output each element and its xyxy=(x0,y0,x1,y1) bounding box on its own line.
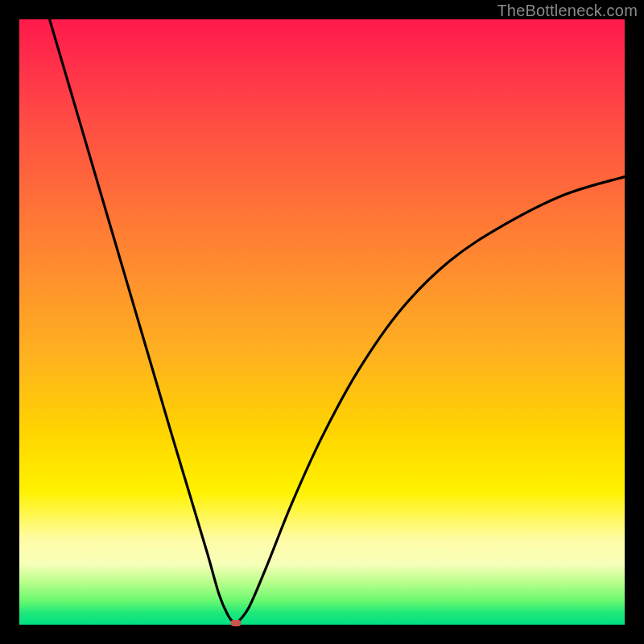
minimum-marker xyxy=(231,620,242,626)
watermark-text: TheBottleneck.com xyxy=(497,2,638,20)
bottleneck-curve xyxy=(19,19,625,625)
plot-area xyxy=(19,19,625,625)
chart-frame: TheBottleneck.com xyxy=(0,0,644,644)
